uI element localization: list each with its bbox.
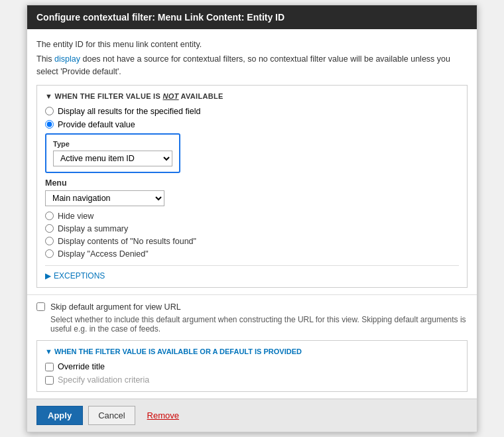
specify-validation-label: Specify validation criteria [58,375,149,385]
available-arrow-icon: ▼ [45,347,54,355]
exceptions-row[interactable]: ▶ EXCEPTIONS [45,265,459,281]
skip-section: Skip default argument for view URL Selec… [27,294,477,341]
override-title-checkbox[interactable] [45,363,54,371]
radio-provide-default[interactable] [45,120,54,129]
exceptions-arrow-icon: ▶ [45,271,51,281]
description-line2: This display does not have a source for … [36,53,468,78]
menu-select[interactable]: Main navigation Administration Account m… [45,190,164,206]
not-available-title: ▼ WHEN THE FILTER VALUE IS NOT AVAILABLE [45,92,459,100]
radio-no-results-label: Display contents of "No results found" [58,237,196,246]
modal-body: The entity ID for this menu link content… [27,29,477,288]
option-summary-row: Display a summary [45,224,459,233]
override-title-label: Override title [58,362,105,371]
configure-filter-modal: Configure contextual filter: Menu Link C… [27,5,477,433]
menu-label: Menu [45,178,459,188]
radio-access-denied-label: Display "Access Denied" [58,249,149,259]
option-hide-row: Hide view [45,212,459,221]
modal-footer: Apply Cancel Remove [27,399,477,432]
type-label: Type [53,140,172,148]
radio-hide-view[interactable] [45,212,54,220]
apply-button[interactable]: Apply [36,406,83,425]
radio-display-summary[interactable] [45,224,54,233]
option-no-results-row: Display contents of "No results found" [45,237,459,246]
radio-display-all-label: Display all results for the specified fi… [58,107,200,116]
available-section: ▼ WHEN THE FILTER VALUE IS AVAILABLE OR … [36,340,468,392]
specify-row: Specify validation criteria [45,375,459,385]
override-row: Override title [45,362,459,371]
exceptions-label: EXCEPTIONS [54,271,105,281]
description-line1: The entity ID for this menu link content… [36,38,468,51]
radio-summary-label: Display a summary [58,224,128,233]
type-box: Type Active menu item ID Fixed value PHP… [45,133,180,173]
not-available-section: ▼ WHEN THE FILTER VALUE IS NOT AVAILABLE… [36,85,468,288]
remove-button[interactable]: Remove [141,406,186,424]
section-arrow: ▼ [45,92,55,100]
radio-access-denied[interactable] [45,249,54,258]
skip-description: Select whether to include this default a… [50,315,468,334]
skip-label: Skip default argument for view URL [50,302,468,314]
display-link: display [54,54,80,64]
skip-text-container: Skip default argument for view URL Selec… [50,302,468,334]
cancel-button[interactable]: Cancel [88,406,135,425]
modal-title: Configure contextual filter: Menu Link C… [27,5,477,29]
specify-validation-checkbox[interactable] [45,376,54,385]
radio-provide-default-label: Provide default value [58,120,135,129]
option-access-denied-row: Display "Access Denied" [45,249,459,259]
menu-select-row: Main navigation Administration Account m… [45,190,459,206]
radio-no-results[interactable] [45,237,54,245]
type-select[interactable]: Active menu item ID Fixed value PHP Code… [53,151,172,166]
skip-checkbox[interactable] [36,302,45,311]
available-highlight: IS AVAILABLE OR A DEFAULT IS PROVIDED [149,347,302,355]
radio-hide-label: Hide view [58,212,94,221]
radio-provide-default-row: Provide default value [45,120,459,129]
radio-display-all-row: Display all results for the specified fi… [45,107,459,116]
not-text: NOT [162,92,178,100]
radio-display-all[interactable] [45,107,54,115]
available-title: ▼ WHEN THE FILTER VALUE IS AVAILABLE OR … [45,347,459,355]
